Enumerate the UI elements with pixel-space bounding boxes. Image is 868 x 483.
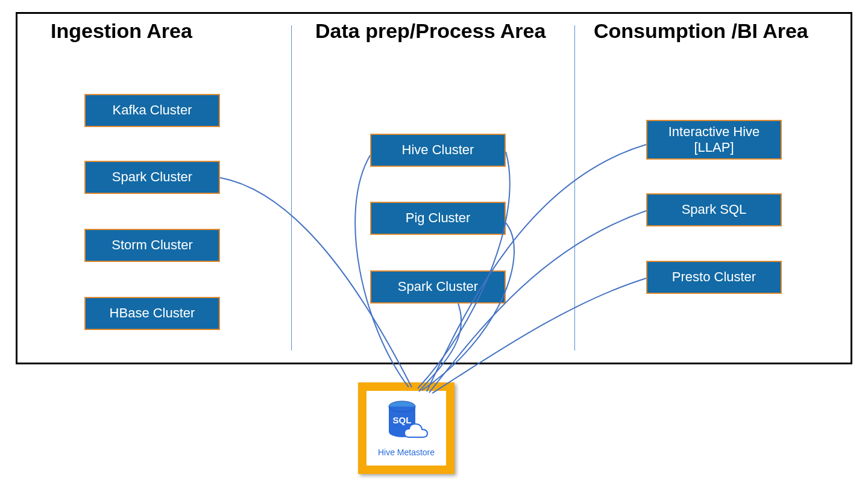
box-spark-cluster-ingest: Spark Cluster: [84, 161, 220, 194]
hive-metastore: SQL Hive Metastore: [358, 382, 454, 474]
box-spark-sql: Spark SQL: [646, 193, 782, 226]
box-spark-cluster-process: Spark Cluster: [370, 270, 506, 304]
sql-database-icon: SQL: [382, 399, 431, 446]
box-hbase-cluster: HBase Cluster: [84, 297, 220, 330]
column-title-consume: Consumption /BI Area: [594, 19, 808, 43]
hive-metastore-label: Hive Metastore: [378, 447, 435, 457]
divider-right: [574, 25, 575, 351]
box-presto-cluster: Presto Cluster: [646, 261, 782, 294]
column-title-ingestion: Ingestion Area: [51, 19, 192, 43]
box-pig-cluster: Pig Cluster: [370, 202, 506, 235]
box-hive-cluster: Hive Cluster: [370, 134, 506, 167]
box-interactive-hive-llap: Interactive Hive [LLAP]: [646, 120, 782, 160]
svg-text:SQL: SQL: [393, 415, 412, 425]
divider-left: [291, 25, 292, 351]
box-kafka-cluster: Kafka Cluster: [84, 94, 220, 127]
box-storm-cluster: Storm Cluster: [84, 229, 220, 262]
column-title-process: Data prep/Process Area: [315, 19, 546, 43]
